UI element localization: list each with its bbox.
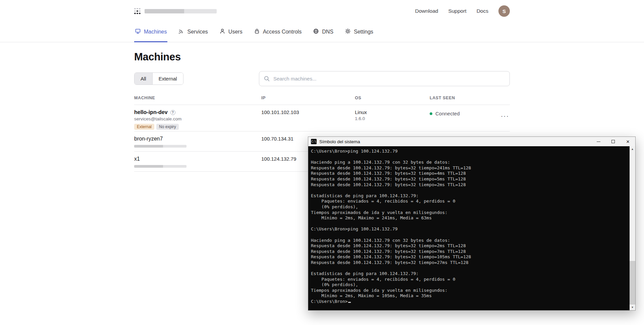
machine-badges: External No expiry — [134, 124, 261, 130]
tab-services[interactable]: Services — [177, 22, 208, 42]
maximize-icon — [611, 140, 615, 143]
machine-os-version: 1.6.0 — [355, 116, 430, 121]
close-button[interactable]: ✕ — [621, 137, 635, 146]
header-links: Download Support Docs S — [415, 5, 510, 17]
tab-label: Access Controls — [263, 29, 302, 35]
scroll-down-button[interactable]: ▼ — [630, 305, 635, 310]
tab-dns[interactable]: DNS — [312, 22, 334, 42]
search-input[interactable] — [259, 71, 510, 86]
tab-label: Machines — [144, 29, 167, 35]
tab-settings[interactable]: Settings — [344, 22, 374, 42]
services-icon — [178, 28, 184, 36]
cmd-prompt-line: C:\Users\Bron> — [311, 299, 628, 305]
tab-label: DNS — [322, 29, 333, 35]
row-menu-button[interactable]: ··· — [500, 111, 510, 121]
machine-owner: services@tailscale.com — [134, 116, 261, 121]
top-header: Download Support Docs S — [134, 0, 510, 22]
no-expiry-badge: No expiry — [156, 124, 179, 130]
support-link[interactable]: Support — [448, 8, 466, 14]
col-last-seen: LAST SEEN — [430, 96, 490, 100]
external-badge: External — [134, 124, 154, 130]
col-os: OS — [355, 96, 430, 100]
filter-all-button[interactable]: All — [135, 73, 152, 85]
col-ip: IP — [261, 96, 355, 100]
cmd-scrollbar[interactable]: ▲ ▼ — [630, 146, 635, 310]
tab-users[interactable]: Users — [219, 22, 243, 42]
scrollbar-thumb[interactable] — [630, 261, 635, 305]
col-machine: MACHINE — [134, 96, 261, 100]
machines-icon — [135, 28, 141, 36]
download-link[interactable]: Download — [415, 8, 438, 14]
status-badge: Connected — [430, 111, 460, 116]
col-actions — [490, 96, 510, 100]
tab-label: Services — [187, 29, 208, 35]
org-name-redacted — [145, 9, 217, 13]
user-avatar[interactable]: S — [498, 5, 510, 17]
tab-access-controls[interactable]: Access Controls — [253, 22, 303, 42]
minimize-button[interactable] — [591, 137, 606, 146]
search-box — [259, 71, 510, 86]
search-icon — [264, 75, 270, 82]
tab-label: Users — [228, 29, 243, 35]
status-text: Connected — [435, 111, 460, 116]
cmd-window-title: Símbolo del sistema — [319, 139, 591, 144]
page-title: Machines — [134, 51, 510, 63]
scroll-up-button[interactable]: ▲ — [630, 146, 635, 152]
machine-name[interactable]: x1 — [134, 156, 140, 162]
maximize-button[interactable] — [606, 137, 621, 146]
cmd-output[interactable]: C:\Users\Bron>ping 100.124.132.79 Hacien… — [308, 146, 630, 310]
machine-name[interactable]: bron-ryzen7 — [134, 136, 163, 142]
connected-dot-icon — [430, 112, 432, 115]
text-cursor — [348, 302, 351, 303]
main-nav: Machines Services Users Access Controls … — [0, 22, 644, 42]
users-icon — [219, 28, 225, 36]
tab-machines[interactable]: Machines — [134, 22, 167, 42]
globe-icon — [313, 28, 319, 36]
cmd-icon: C:\ — [311, 139, 317, 144]
machine-owner-redacted — [134, 165, 186, 168]
table-header: MACHINE IP OS LAST SEEN — [134, 96, 510, 105]
lock-icon — [254, 28, 260, 36]
machine-os: Linux — [355, 109, 430, 115]
tab-label: Settings — [354, 29, 373, 35]
cmd-output-text: C:\Users\Bron>ping 100.124.132.79 Hacien… — [311, 149, 628, 299]
gear-icon — [345, 28, 351, 36]
cmd-prompt: C:\Users\Bron> — [311, 299, 348, 304]
controls-row: All External — [134, 71, 510, 86]
filter-external-button[interactable]: External — [152, 73, 183, 85]
cmd-window: C:\ Símbolo del sistema ✕ C:\Users\Bron>… — [308, 137, 636, 311]
machine-filter: All External — [134, 72, 183, 85]
table-row: hello-ipn-dev ? services@tailscale.com E… — [134, 105, 510, 131]
machine-ip: 100.101.102.103 — [261, 105, 355, 131]
minimize-icon — [597, 142, 600, 142]
cmd-titlebar[interactable]: C:\ Símbolo del sistema ✕ — [308, 137, 635, 146]
docs-link[interactable]: Docs — [477, 8, 488, 14]
brand — [134, 8, 217, 14]
machine-name[interactable]: hello-ipn-dev — [134, 109, 168, 115]
tailscale-logo-icon — [134, 8, 141, 14]
help-icon[interactable]: ? — [170, 110, 175, 115]
machine-owner-redacted — [134, 145, 186, 148]
